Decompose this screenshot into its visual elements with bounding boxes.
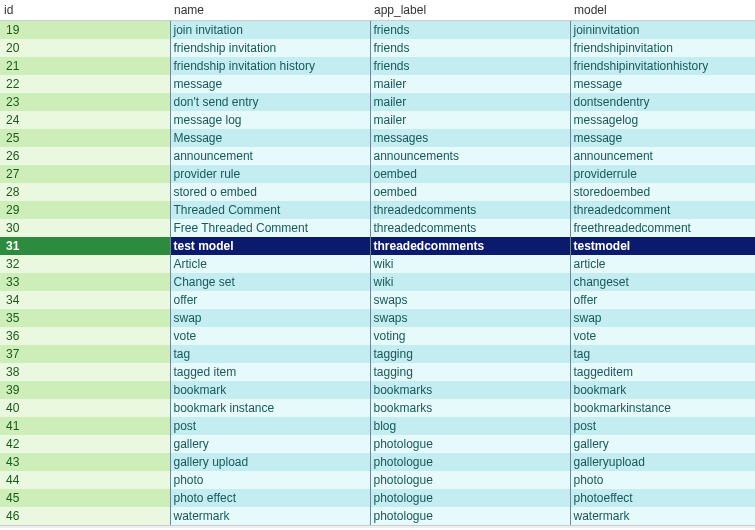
cell-name[interactable]: post <box>170 417 370 435</box>
cell-name[interactable]: message log <box>170 111 370 129</box>
cell-model[interactable]: messagelog <box>570 111 755 129</box>
cell-app-label[interactable]: messages <box>370 129 570 147</box>
cell-model[interactable]: joininvitation <box>570 21 755 39</box>
cell-name[interactable]: photo effect <box>170 489 370 507</box>
cell-id[interactable]: 39 <box>0 381 170 399</box>
cell-app-label[interactable]: bookmarks <box>370 381 570 399</box>
cell-model[interactable]: photo <box>570 471 755 489</box>
cell-model[interactable]: providerrule <box>570 165 755 183</box>
cell-name[interactable]: stored o embed <box>170 183 370 201</box>
cell-name[interactable]: Free Threaded Comment <box>170 219 370 237</box>
table-row[interactable]: 23don't send entrymailerdontsendentry <box>0 93 755 111</box>
cell-model[interactable]: message <box>570 129 755 147</box>
cell-name[interactable]: Message <box>170 129 370 147</box>
cell-app-label[interactable]: swaps <box>370 291 570 309</box>
cell-id[interactable]: 46 <box>0 507 170 525</box>
cell-name[interactable]: tagged item <box>170 363 370 381</box>
table-row[interactable]: 28stored o embedoembedstoredoembed <box>0 183 755 201</box>
cell-app-label[interactable]: swaps <box>370 309 570 327</box>
cell-name[interactable]: Change set <box>170 273 370 291</box>
table-row[interactable]: 40bookmark instancebookmarksbookmarkinst… <box>0 399 755 417</box>
cell-id[interactable]: 36 <box>0 327 170 345</box>
cell-app-label[interactable]: photologue <box>370 471 570 489</box>
cell-app-label[interactable]: photologue <box>370 435 570 453</box>
table-row[interactable]: 29Threaded Commentthreadedcommentsthread… <box>0 201 755 219</box>
cell-id[interactable]: 32 <box>0 255 170 273</box>
cell-id[interactable]: 34 <box>0 291 170 309</box>
table-row[interactable]: 42galleryphotologuegallery <box>0 435 755 453</box>
column-header-name[interactable]: name <box>170 0 370 21</box>
cell-app-label[interactable]: mailer <box>370 93 570 111</box>
cell-id[interactable]: 33 <box>0 273 170 291</box>
cell-id[interactable]: 22 <box>0 75 170 93</box>
cell-model[interactable]: post <box>570 417 755 435</box>
cell-name[interactable]: friendship invitation history <box>170 57 370 75</box>
cell-model[interactable]: tag <box>570 345 755 363</box>
table-row[interactable]: 43gallery uploadphotologuegalleryupload <box>0 453 755 471</box>
cell-app-label[interactable]: oembed <box>370 165 570 183</box>
cell-model[interactable]: bookmark <box>570 381 755 399</box>
cell-model[interactable]: changeset <box>570 273 755 291</box>
cell-app-label[interactable]: friends <box>370 21 570 39</box>
cell-app-label[interactable]: wiki <box>370 255 570 273</box>
cell-model[interactable]: vote <box>570 327 755 345</box>
cell-model[interactable]: storedoembed <box>570 183 755 201</box>
cell-name[interactable]: announcement <box>170 147 370 165</box>
cell-model[interactable]: taggeditem <box>570 363 755 381</box>
cell-id[interactable]: 24 <box>0 111 170 129</box>
table-row[interactable]: 38tagged itemtaggingtaggeditem <box>0 363 755 381</box>
cell-name[interactable]: join invitation <box>170 21 370 39</box>
cell-id[interactable]: 35 <box>0 309 170 327</box>
table-row[interactable]: 39bookmarkbookmarksbookmark <box>0 381 755 399</box>
data-grid[interactable]: id name app_label model 19join invitatio… <box>0 0 755 525</box>
cell-app-label[interactable]: threadedcomments <box>370 219 570 237</box>
cell-app-label[interactable]: threadedcomments <box>370 237 570 255</box>
cell-model[interactable]: announcement <box>570 147 755 165</box>
table-row[interactable]: 34offerswapsoffer <box>0 291 755 309</box>
cell-name[interactable]: Article <box>170 255 370 273</box>
table-row[interactable]: 25Messagemessagesmessage <box>0 129 755 147</box>
table-row[interactable]: 20friendship invitationfriendsfriendship… <box>0 39 755 57</box>
cell-model[interactable]: galleryupload <box>570 453 755 471</box>
column-header-id[interactable]: id <box>0 0 170 21</box>
cell-id[interactable]: 21 <box>0 57 170 75</box>
cell-app-label[interactable]: photologue <box>370 489 570 507</box>
cell-id[interactable]: 38 <box>0 363 170 381</box>
cell-model[interactable]: gallery <box>570 435 755 453</box>
cell-app-label[interactable]: voting <box>370 327 570 345</box>
cell-name[interactable]: don't send entry <box>170 93 370 111</box>
cell-model[interactable]: swap <box>570 309 755 327</box>
cell-id[interactable]: 28 <box>0 183 170 201</box>
table-row[interactable]: 21friendship invitation historyfriendsfr… <box>0 57 755 75</box>
cell-model[interactable]: friendshipinvitationhistory <box>570 57 755 75</box>
table-row[interactable]: 36votevotingvote <box>0 327 755 345</box>
cell-model[interactable]: article <box>570 255 755 273</box>
table-row[interactable]: 32Articlewikiarticle <box>0 255 755 273</box>
cell-id[interactable]: 20 <box>0 39 170 57</box>
cell-id[interactable]: 29 <box>0 201 170 219</box>
cell-name[interactable]: gallery <box>170 435 370 453</box>
cell-name[interactable]: vote <box>170 327 370 345</box>
cell-name[interactable]: offer <box>170 291 370 309</box>
table-row[interactable]: 35swapswapsswap <box>0 309 755 327</box>
cell-model[interactable]: dontsendentry <box>570 93 755 111</box>
cell-app-label[interactable]: tagging <box>370 363 570 381</box>
cell-model[interactable]: threadedcomment <box>570 201 755 219</box>
cell-model[interactable]: offer <box>570 291 755 309</box>
cell-model[interactable]: photoeffect <box>570 489 755 507</box>
cell-name[interactable]: tag <box>170 345 370 363</box>
cell-app-label[interactable]: oembed <box>370 183 570 201</box>
cell-name[interactable]: test model <box>170 237 370 255</box>
cell-id[interactable]: 37 <box>0 345 170 363</box>
table-row[interactable]: 37tagtaggingtag <box>0 345 755 363</box>
cell-app-label[interactable]: bookmarks <box>370 399 570 417</box>
cell-app-label[interactable]: photologue <box>370 453 570 471</box>
table-row[interactable]: 46watermarkphotologuewatermark <box>0 507 755 525</box>
cell-name[interactable]: bookmark instance <box>170 399 370 417</box>
cell-name[interactable]: watermark <box>170 507 370 525</box>
cell-id[interactable]: 23 <box>0 93 170 111</box>
table-row[interactable]: 31test modelthreadedcommentstestmodel <box>0 237 755 255</box>
cell-app-label[interactable]: wiki <box>370 273 570 291</box>
cell-name[interactable]: provider rule <box>170 165 370 183</box>
cell-id[interactable]: 43 <box>0 453 170 471</box>
